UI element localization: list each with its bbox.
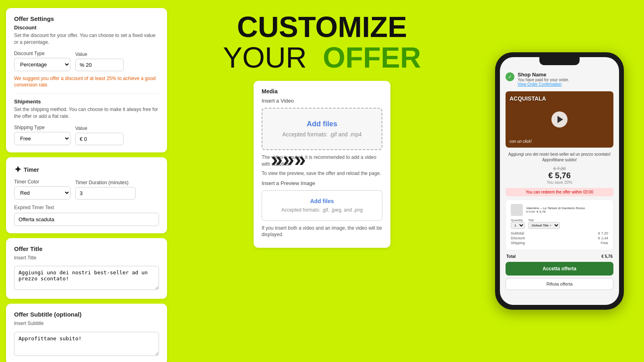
shipments-field-row: Shipping Type Free Flat Rate Value bbox=[14, 125, 159, 145]
accepted-video-formats: Accepted formats: .gif and .mp4 bbox=[282, 131, 362, 138]
middle-section: CUSTOMIZE YOUR OFFER Media Insert a Vide… bbox=[173, 0, 475, 362]
discount-type-select[interactable]: Percentage Fixed bbox=[14, 58, 70, 71]
accepted-image-formats: Accepted formats: .gif, .jpeg, and .png bbox=[281, 207, 363, 213]
expired-timer-label: Expired Timer Text bbox=[14, 204, 159, 211]
hero-line2-your: YOUR bbox=[223, 41, 307, 74]
product-video-thumb: ACQUISTALA con un click! bbox=[506, 91, 613, 148]
shipping-label: Shipping bbox=[511, 241, 525, 245]
new-price: € 5,76 bbox=[506, 171, 613, 180]
hero-text: CUSTOMIZE YOUR OFFER bbox=[223, 12, 421, 73]
left-panel: Offer Settings Discount Set the discount… bbox=[0, 0, 173, 362]
save-badge: You save 20% bbox=[506, 180, 613, 185]
hero-line1: CUSTOMIZE bbox=[223, 12, 421, 43]
star-icon: ✦ bbox=[14, 165, 21, 175]
order-item-row: Valentino – La Tartare di Gambero Rosso … bbox=[511, 204, 608, 216]
discount-type-label: Discount Type bbox=[14, 51, 70, 56]
quantity-label: Quantity 1 2 bbox=[511, 218, 525, 229]
order-summary: Valentino – La Tartare di Gambero Rosso … bbox=[506, 200, 613, 250]
hero-line2: YOUR OFFER bbox=[223, 43, 421, 73]
timer-duration-input[interactable] bbox=[75, 187, 136, 200]
shipping-line: Shipping Free bbox=[511, 241, 608, 245]
offer-timer-bar: You can redeem the offer within 03:00 bbox=[506, 188, 613, 196]
expired-timer-group: Expired Timer Text bbox=[14, 204, 159, 226]
shipments-label: Shipments bbox=[14, 99, 159, 105]
subtotal-label: Subtotal bbox=[511, 231, 524, 235]
video-note2: To view the preview, save the offer and … bbox=[262, 170, 382, 177]
phone-screen: ✓ Shop Name You have paid for your order… bbox=[500, 57, 619, 305]
reject-offer-button[interactable]: Rifiuta offerta bbox=[506, 278, 613, 290]
discount-value-label: Value bbox=[75, 51, 124, 57]
add-files-button[interactable]: Add files bbox=[270, 120, 374, 128]
shipping-value: Free bbox=[601, 241, 608, 245]
order-item-old-price: € 7,20 bbox=[526, 210, 535, 214]
video-overlay-sub: con un click! bbox=[510, 139, 532, 144]
video-upload-box[interactable]: Add files Accepted formats: .gif and .mp… bbox=[262, 108, 382, 150]
offer-title-card: Offer Title Insert Title Aggiungi uno de… bbox=[6, 238, 167, 299]
insert-title-label: Insert Title bbox=[14, 255, 159, 261]
arrows-container: » » » bbox=[271, 149, 306, 170]
add-files-button2[interactable]: Add files bbox=[270, 198, 374, 204]
arrow2: » bbox=[283, 149, 294, 170]
order-item-name: Valentino – La Tartare di Gambero Rosso bbox=[526, 206, 608, 210]
timer-card: ✦ Timer Timer Color Red Green Blue Orang… bbox=[6, 157, 167, 233]
right-panel: ✓ Shop Name You have paid for your order… bbox=[475, 0, 644, 362]
discount-value-group: Value bbox=[75, 51, 124, 71]
discount-warning: We suggest you offer a discount of at le… bbox=[14, 75, 159, 89]
insert-subtitle-label: Insert Subtitle bbox=[14, 320, 159, 327]
old-price: € 7,20 bbox=[506, 166, 613, 171]
video-overlay-text: ACQUISTALA bbox=[510, 95, 546, 102]
timer-color-group: Timer Color Red Green Blue Orange bbox=[14, 179, 70, 200]
title-label-group: Title Default Title ÷ bbox=[528, 218, 560, 229]
media-title: Media bbox=[262, 88, 382, 95]
product-description: Aggiungi uno dei nostri best-seller ad u… bbox=[506, 152, 613, 163]
subtotal-line: Subtotal € 7,20 bbox=[511, 231, 608, 235]
timer-color-select[interactable]: Red Green Blue Orange bbox=[14, 186, 70, 200]
offer-settings-card: Offer Settings Discount Set the discount… bbox=[6, 8, 167, 152]
shipments-description: Set the shipping method. You can choose … bbox=[14, 106, 159, 120]
price-row: € 7,20 € 5,76 You save 20% bbox=[506, 166, 613, 185]
title-select[interactable]: Default Title ÷ bbox=[528, 222, 560, 229]
timer-header: ✦ Timer bbox=[14, 165, 159, 175]
timer-field-row: Timer Color Red Green Blue Orange Timer … bbox=[14, 179, 159, 200]
shipping-type-label: Shipping Type bbox=[14, 125, 70, 130]
shipping-value-input[interactable] bbox=[75, 133, 124, 145]
order-item-info: Valentino – La Tartare di Gambero Rosso … bbox=[526, 206, 608, 214]
shipping-type-group: Shipping Type Free Flat Rate bbox=[14, 125, 70, 145]
quantity-select[interactable]: 1 2 bbox=[511, 222, 525, 229]
shipping-type-select[interactable]: Free Flat Rate bbox=[14, 132, 70, 145]
order-qty-row: Quantity 1 2 Title Default Title ÷ bbox=[511, 218, 608, 229]
phone-mockup: ✓ Shop Name You have paid for your order… bbox=[495, 52, 624, 310]
image-upload-box[interactable]: Add files Accepted formats: .gif, .jpeg,… bbox=[262, 190, 382, 221]
total-footer-label: Total bbox=[506, 254, 516, 259]
shipments-section: Shipments Set the shipping method. You c… bbox=[14, 99, 159, 145]
discount-field-row: Discount Type Percentage Fixed Value bbox=[14, 51, 159, 71]
phone-content: ✓ Shop Name You have paid for your order… bbox=[500, 57, 619, 305]
shop-info: Shop Name You have paid for your order. … bbox=[518, 72, 569, 86]
order-confirmation-link[interactable]: View Order Confirmation bbox=[518, 82, 569, 86]
offer-subtitle-card: Offer Subtitle (optional) Insert Subtitl… bbox=[6, 304, 167, 362]
discount-value-input[interactable] bbox=[75, 59, 124, 71]
play-button[interactable] bbox=[551, 111, 568, 128]
arrow3: » bbox=[294, 149, 306, 170]
expired-timer-input[interactable] bbox=[14, 213, 159, 226]
offer-subtitle-heading: Offer Subtitle (optional) bbox=[14, 311, 159, 318]
discount-type-group: Discount Type Percentage Fixed bbox=[14, 51, 70, 71]
discount-line: Discount € 1,44 bbox=[511, 236, 608, 240]
accept-offer-button[interactable]: Accetta offerta bbox=[506, 262, 613, 276]
discount-value: € 1,44 bbox=[598, 236, 608, 240]
total-footer-value: € 5,76 bbox=[601, 254, 613, 259]
qty-header: Quantity bbox=[511, 218, 525, 222]
phone-notch bbox=[539, 57, 580, 65]
offer-title-textarea[interactable]: Aggiungi uno dei nostri best-seller ad u… bbox=[14, 266, 159, 290]
offer-subtitle-textarea[interactable]: Approfittane subito! bbox=[14, 332, 159, 356]
insert-preview-image-label: Insert a Preview Image bbox=[262, 180, 382, 186]
insert-video-label: Insert a Video bbox=[262, 98, 382, 104]
discount-section: Discount Set the discount for your offer… bbox=[14, 25, 159, 88]
title-header: Title bbox=[528, 218, 560, 222]
timer-color-label: Timer Color bbox=[14, 179, 70, 185]
offer-title-heading: Offer Title bbox=[14, 245, 159, 252]
offer-settings-title: Offer Settings bbox=[14, 15, 159, 22]
shipping-value-group: Value bbox=[75, 125, 124, 145]
timer-duration-group: Timer Duration (minutes) bbox=[75, 180, 136, 200]
subtotal-value: € 7,20 bbox=[598, 231, 608, 235]
